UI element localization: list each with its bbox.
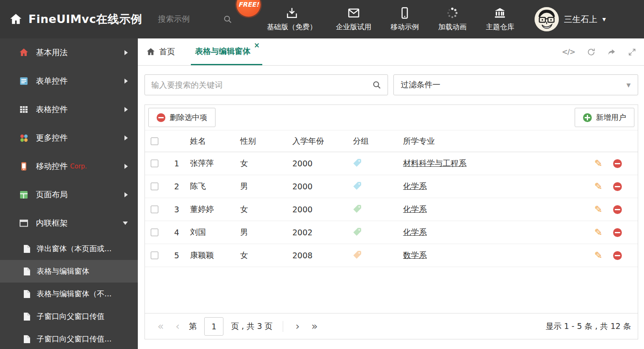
sidebar: 基本用法 表单控件 表格控件 (0, 38, 138, 349)
delete-row-icon[interactable] (613, 205, 622, 214)
body: 基本用法 表单控件 表格控件 (0, 38, 644, 349)
select-all-checkbox[interactable] (151, 138, 158, 145)
file-icon (23, 245, 30, 253)
search-icon[interactable] (372, 80, 381, 89)
major-link[interactable]: 化学系 (403, 181, 427, 191)
home-icon[interactable] (9, 13, 23, 26)
search-icon[interactable] (223, 15, 232, 24)
share-icon[interactable] (607, 48, 616, 56)
delete-row-icon[interactable] (613, 182, 622, 191)
column-header-group: 分组 (349, 136, 399, 147)
edit-pencil-icon[interactable]: ✎ (594, 205, 602, 214)
first-page-icon[interactable]: « (152, 321, 170, 331)
record-summary: 显示 1 - 5 条 , 共 12 条 (545, 321, 631, 332)
page-label: 第 (189, 321, 197, 332)
add-user-button[interactable]: 新增用户 (575, 108, 634, 127)
nav-mobile-demo[interactable]: 移动示例 (381, 7, 428, 32)
tab-tools: </> (562, 38, 636, 65)
sidebar-item-inline-frame[interactable]: 内联框架 (0, 209, 138, 237)
sidebar-item-label: 内联框架 (36, 218, 68, 229)
major-link[interactable]: 材料科学与工程系 (403, 158, 467, 168)
refresh-icon[interactable] (587, 48, 596, 56)
major-link[interactable]: 化学系 (403, 204, 427, 214)
edit-pencil-icon[interactable]: ✎ (594, 228, 602, 237)
caret-down-icon: ▼ (626, 82, 631, 88)
next-page-icon[interactable]: › (290, 321, 306, 331)
main-content: 首页 表格与编辑窗体 × </> (138, 38, 644, 349)
cell-year: 2002 (288, 228, 349, 237)
cell-name: 张萍萍 (186, 158, 236, 169)
row-checkbox[interactable] (151, 252, 158, 259)
nav-label: 企业版试用 (336, 22, 371, 32)
file-icon (23, 267, 30, 276)
delete-row-icon[interactable] (613, 228, 622, 237)
cell-gender: 男 (236, 227, 288, 238)
prev-page-icon[interactable]: ‹ (170, 321, 185, 331)
major-link[interactable]: 数学系 (403, 250, 427, 260)
sidebar-subitem-child-to-parent[interactable]: 子窗口向父窗口传值 (0, 305, 138, 328)
sidebar-item-label: 表格控件 (36, 104, 68, 115)
source-code-icon[interactable]: </> (562, 48, 575, 56)
last-page-icon[interactable]: » (306, 321, 324, 331)
edit-pencil-icon[interactable]: ✎ (594, 251, 602, 260)
table-row: 1 张萍萍 女 2000 材料科学与工程系 ✎ (145, 152, 638, 175)
nav-theme-repo[interactable]: 主题仓库 (476, 7, 524, 32)
row-checkbox[interactable] (151, 183, 158, 190)
home-icon (146, 47, 155, 56)
tag-icon (353, 204, 362, 213)
row-checkbox[interactable] (151, 206, 158, 213)
cell-year: 2008 (288, 251, 349, 260)
close-icon[interactable]: × (254, 42, 260, 49)
tab-label: 首页 (159, 46, 175, 57)
avatar[interactable] (535, 7, 559, 31)
sidebar-subitem-grid-edit-window-no[interactable]: 表格与编辑窗体（不... (0, 283, 138, 305)
edit-pencil-icon[interactable]: ✎ (594, 159, 602, 168)
chevron-right-icon (124, 164, 128, 169)
table-header: 姓名 性别 入学年份 分组 所学专业 (145, 130, 638, 152)
sidebar-item-form-controls[interactable]: 表单控件 (0, 67, 138, 95)
pager-divider (283, 321, 283, 332)
cell-year: 2000 (288, 205, 349, 214)
sidebar-item-grid-controls[interactable]: 表格控件 (0, 95, 138, 124)
row-checkbox[interactable] (151, 229, 158, 236)
nav-loading-animation[interactable]: 加载动画 (428, 7, 476, 32)
cell-name: 陈飞 (186, 181, 236, 192)
delete-row-icon[interactable] (613, 251, 622, 260)
expand-icon[interactable] (628, 48, 636, 56)
filter-dropdown[interactable]: 过滤条件一 ▼ (393, 74, 639, 95)
page-number-input[interactable] (204, 317, 223, 336)
sidebar-subitem-popup-window[interactable]: 弹出窗体（本页面或... (0, 237, 138, 260)
tab-label: 表格与编辑窗体 (195, 46, 251, 57)
column-header-gender: 性别 (236, 136, 288, 147)
tab-home[interactable]: 首页 (145, 38, 177, 65)
delete-selected-button[interactable]: 删除选中项 (148, 108, 216, 127)
major-link[interactable]: 化学系 (403, 227, 427, 237)
sidebar-subitem-child-to-parent-2[interactable]: 子窗口向父窗口传值... (0, 328, 138, 349)
sidebar-item-label: 更多控件 (36, 132, 68, 143)
sidebar-subitem-label: 弹出窗体（本页面或... (37, 244, 112, 254)
tag-icon (353, 227, 362, 236)
file-icon (23, 312, 30, 321)
nav-label: 移动示例 (390, 22, 419, 32)
sidebar-item-more-controls[interactable]: 更多控件 (0, 124, 138, 152)
frame-icon (19, 218, 29, 228)
chevron-down-icon (123, 222, 128, 225)
chevron-right-icon (124, 50, 128, 55)
user-menu[interactable]: 三生石上 ▼ (535, 7, 606, 31)
pagination-bar: « ‹ 第 页 , 共 3 页 › » 显示 1 - 5 条 , 共 12 条 (145, 313, 638, 339)
keyword-search-input[interactable] (151, 80, 372, 89)
sidebar-item-basic-usage[interactable]: 基本用法 (0, 38, 138, 67)
header-search-input[interactable] (158, 15, 213, 24)
tab-grid-edit-window[interactable]: 表格与编辑窗体 × (191, 38, 262, 65)
button-label: 删除选中项 (170, 112, 207, 122)
nav-enterprise-trial[interactable]: 企业版试用 (326, 7, 381, 32)
row-checkbox[interactable] (151, 160, 158, 167)
sidebar-subitem-grid-edit-window[interactable]: 表格与编辑窗体 (0, 260, 138, 283)
sidebar-item-mobile-controls[interactable]: 移动控件 Corp. (0, 152, 138, 181)
nav-basic-free[interactable]: FREE! 基础版（免费） (257, 7, 326, 32)
edit-pencil-icon[interactable]: ✎ (594, 182, 602, 191)
button-label: 新增用户 (596, 112, 626, 122)
sidebar-item-page-layout[interactable]: 页面布局 (0, 181, 138, 209)
delete-row-icon[interactable] (613, 159, 622, 168)
app-title: FineUIMvc在线示例 (28, 12, 142, 27)
